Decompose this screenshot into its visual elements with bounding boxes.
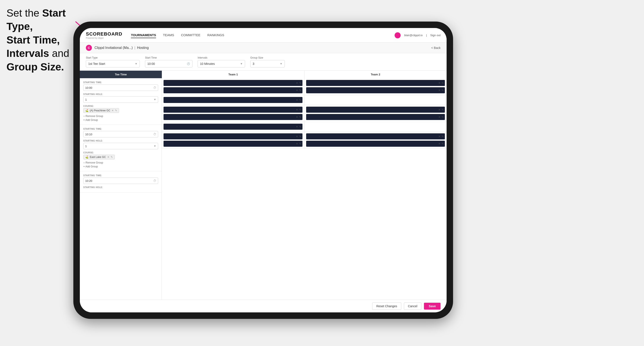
slot-close-2-2[interactable]: ✕ — [438, 89, 440, 92]
starting-time-input-1[interactable]: 10:00 ⏱ — [83, 84, 158, 91]
player-slot-2-2: ✕ ✎ — [306, 87, 445, 93]
slot-close-3-extra[interactable]: ✕ — [296, 125, 298, 128]
starting-hole-label-2: STARTING HOLE: — [83, 140, 158, 142]
slot-close-6-1[interactable]: ✕ — [438, 135, 440, 138]
course-remove-1[interactable]: ✕ — [112, 109, 114, 112]
slot-edit-4-2[interactable]: ✎ — [442, 116, 444, 119]
intervals-select[interactable]: 10 Minutes ▼ — [198, 60, 245, 67]
nav-tab-tournaments[interactable]: TOURNAMENTS — [131, 32, 156, 38]
course-pencil-1[interactable]: ✎ — [115, 109, 117, 112]
back-button[interactable]: < Back — [431, 46, 440, 49]
instruction-bold1: Start Type, — [6, 7, 66, 32]
slot-close-1-1[interactable]: ✕ — [296, 82, 298, 84]
team-row-3: ✕ ✎ ✕ ✎ ✕ ✎ — [162, 132, 446, 149]
slot-edit-1-extra[interactable]: ✎ — [299, 99, 301, 101]
group-size-select[interactable]: 3 ▼ — [250, 60, 285, 67]
slot-close-4-2[interactable]: ✕ — [438, 116, 440, 119]
slot-edit-3-2[interactable]: ✎ — [299, 116, 301, 119]
nav-tab-rankings[interactable]: RANKINGS — [207, 32, 224, 38]
remove-group-btn-1[interactable]: ○ Remove Group — [83, 115, 158, 118]
teams-col: ✕ ✎ ✕ ✎ ✕ ✎ — [162, 78, 446, 300]
start-time-group: Start Time 10:00 🕙 — [145, 56, 192, 67]
starting-time-value-1: 10:00 — [85, 86, 92, 89]
slot-close-6-2[interactable]: ✕ — [438, 142, 440, 145]
remove-group-btn-2[interactable]: ○ Remove Group — [83, 161, 158, 164]
scroll-body: STARTING TIME: 10:00 ⏱ STARTING HOLE: 1 … — [80, 78, 446, 300]
starting-hole-value-2: 1 — [85, 145, 87, 148]
starting-hole-input-1[interactable]: 1 ▼ — [83, 96, 158, 103]
clock-icon-3: ⏱ — [153, 179, 156, 182]
add-group-btn-1[interactable]: + Add Group — [83, 119, 158, 122]
slot-edit-3-1[interactable]: ✎ — [299, 108, 301, 111]
slot-close-1-extra[interactable]: ✕ — [296, 99, 298, 101]
save-button[interactable]: Save — [424, 303, 440, 310]
slot-close-4-1[interactable]: ✕ — [438, 108, 440, 111]
reset-button[interactable]: Reset Changes — [372, 303, 401, 310]
slot-close-5-2[interactable]: ✕ — [296, 142, 298, 145]
course-remove-2[interactable]: ✕ — [107, 156, 110, 159]
slot-edit-2-2[interactable]: ✎ — [442, 89, 444, 92]
intervals-group: Intervals 10 Minutes ▼ — [198, 56, 245, 67]
group-actions-2: ○ Remove Group + Add Group — [83, 161, 158, 168]
add-group-btn-2[interactable]: + Add Group — [83, 165, 158, 168]
nav-tab-teams[interactable]: TEAMS — [163, 32, 174, 38]
breadcrumb-tournament[interactable]: Clippd Invitational (Ma...) — [94, 46, 133, 50]
slot-close-1-2[interactable]: ✕ — [296, 89, 298, 92]
group-size-group: Group Size 3 ▼ — [250, 56, 285, 67]
cancel-button[interactable]: Cancel — [404, 303, 422, 310]
group-actions-1: ○ Remove Group + Add Group — [83, 115, 158, 122]
slot-edit-6-1[interactable]: ✎ — [442, 135, 444, 138]
starting-time-input-2[interactable]: 10:10 ⏱ — [83, 131, 158, 138]
slot-close-2-1[interactable]: ✕ — [438, 82, 440, 84]
user-email: blair@clippd.io — [404, 34, 422, 37]
slot-close-3-2[interactable]: ✕ — [296, 116, 298, 119]
start-time-select[interactable]: 10:00 🕙 — [145, 60, 192, 67]
controls-row: Start Type 1st Tee Start ▼ Start Time 10… — [80, 53, 446, 71]
clock-icon-1: ⏱ — [153, 86, 156, 89]
nav-tab-committee[interactable]: COMMITTEE — [181, 32, 200, 38]
player-slot-1-extra: ✕ ✎ — [164, 97, 302, 103]
player-slot-6-2: ✕ ✎ — [306, 141, 445, 147]
team-row-1: ✕ ✎ ✕ ✎ ✕ ✎ — [162, 78, 446, 95]
start-time-value: 10:00 — [147, 62, 155, 65]
instruction-text: Set the Start Type, Start Time, Interval… — [6, 6, 78, 74]
starting-time-input-3[interactable]: 10:20 ⏱ — [83, 177, 158, 184]
slot-edit-2-1[interactable]: ✎ — [442, 82, 444, 84]
th-tee-time: Tee Time — [80, 71, 162, 78]
player-slot-1-1: ✕ ✎ — [164, 80, 302, 86]
breadcrumb-logo: C — [86, 45, 92, 51]
navbar: SCOREBOARD Powered by clippd TOURNAMENTS… — [80, 28, 446, 43]
slot-close-3-1[interactable]: ✕ — [296, 108, 298, 111]
course-pencil-2[interactable]: ✎ — [111, 156, 113, 159]
player-slot-2-1: ✕ ✎ — [306, 80, 445, 86]
th-team1: Team 1 — [162, 71, 304, 78]
starting-time-value-3: 10:20 — [85, 179, 92, 182]
start-type-select[interactable]: 1st Tee Start ▼ — [86, 60, 140, 67]
breadcrumb-bar: C Clippd Invitational (Ma...) | Hosting … — [80, 43, 446, 53]
team2-cell-3: ✕ ✎ ✕ ✎ — [304, 132, 447, 149]
slot-edit-6-2[interactable]: ✎ — [442, 142, 444, 145]
intervals-value: 10 Minutes — [200, 62, 215, 65]
slot-edit-3-extra[interactable]: ✎ — [299, 125, 301, 128]
team2-cell-2: ✕ ✎ ✕ ✎ — [304, 105, 447, 122]
slot-edit-5-1[interactable]: ✎ — [299, 135, 301, 138]
team1-cell-2-extra: ✕ ✎ — [162, 122, 304, 131]
starting-hole-input-2[interactable]: 1 ▼ — [83, 143, 158, 149]
content-wrapper: Tee Time Team 1 Team 2 STARTING TIME: 10… — [80, 71, 446, 300]
table-header-row: Tee Time Team 1 Team 2 — [80, 71, 446, 78]
team-row-2: ✕ ✎ ✕ ✎ ✕ ✎ — [162, 105, 446, 122]
slot-edit-1-1[interactable]: ✎ — [299, 82, 301, 84]
starting-time-label-2: STARTING TIME: — [83, 128, 158, 130]
clock-icon-2: ⏱ — [153, 133, 156, 136]
logo-sub: Powered by clippd — [86, 37, 122, 39]
slot-close-5-1[interactable]: ✕ — [296, 135, 298, 138]
sign-out-link[interactable]: Sign out — [430, 34, 440, 37]
slot-edit-1-2[interactable]: ✎ — [299, 89, 301, 92]
slot-edit-5-2[interactable]: ✎ — [299, 142, 301, 145]
start-type-group: Start Type 1st Tee Start ▼ — [86, 56, 140, 67]
slot-edit-4-1[interactable]: ✎ — [442, 108, 444, 111]
instruction-bold4: Group Size. — [6, 61, 64, 73]
course-name-1: (A) Peachtree GC — [90, 109, 110, 112]
starting-hole-label-1: STARTING HOLE: — [83, 93, 158, 95]
separator: | — [426, 34, 427, 37]
